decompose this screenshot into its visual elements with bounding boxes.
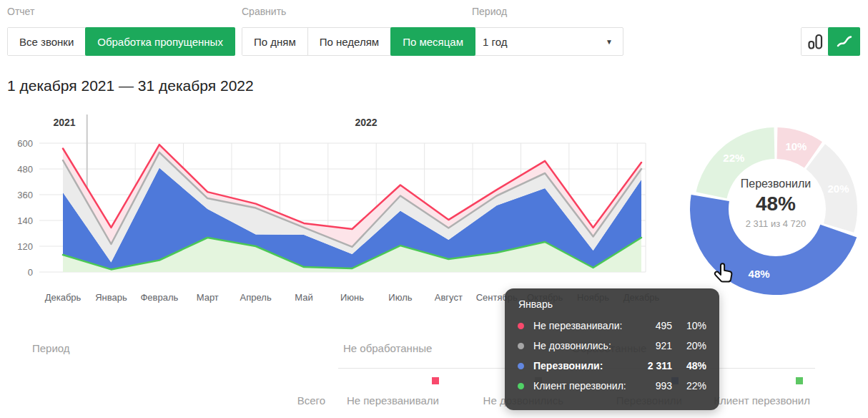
donut-center-value: 48%: [719, 193, 833, 215]
y-axis-tick-label: 600: [17, 138, 33, 149]
donut-center-title: Перезвонили: [719, 178, 833, 190]
x-axis-month-label: Март: [197, 292, 219, 303]
compare-toggle-group: По днямПо неделямПо месяцам: [242, 27, 475, 56]
bar-chart-icon: [806, 31, 824, 52]
donut-segment-label: 22%: [723, 152, 744, 164]
tooltip-row-value: 495: [628, 320, 672, 331]
tooltip-row-0: Не перезванивали:49510%: [518, 316, 706, 336]
tooltip-row-percent: 10%: [672, 320, 706, 331]
report-label: Отчет: [7, 6, 34, 17]
donut-center-subtitle: 2 311 из 4 720: [719, 218, 833, 229]
x-axis-month-label: Февраль: [140, 292, 178, 303]
y-axis-tick-label: 480: [17, 164, 33, 175]
tooltip-row-3: Клиент перезвонил:99322%: [518, 376, 706, 396]
compare-label: Сравнить: [242, 6, 286, 17]
tooltip-row-value: 2 311: [628, 360, 672, 371]
y-axis-tick-label: 360: [17, 190, 33, 200]
chart-tooltip: Январь Не перезванивали:49510%Не дозвони…: [505, 288, 719, 410]
report-toggle-group: Все звонкиОбработка пропущенных: [7, 27, 235, 56]
chart-type-toggle-group: [801, 27, 860, 56]
chevron-down-icon: ▼: [606, 38, 613, 46]
x-axis-month-label: Май: [295, 292, 312, 303]
hand-pointer-cursor: [711, 262, 737, 289]
tooltip-series-dot: [518, 363, 524, 369]
period-select[interactable]: 1 год ▼: [472, 27, 623, 56]
tooltip-row-label: Перезвонили:: [533, 360, 628, 371]
x-axis-month-label: Июнь: [340, 292, 364, 303]
year-label: 2021: [53, 117, 75, 128]
stacked-area-chart[interactable]: 600480360140120020212022ДекабрьЯнварьФев…: [0, 107, 686, 315]
report-option-1[interactable]: Обработка пропущенных: [85, 27, 235, 56]
x-axis-month-label: Апрель: [240, 292, 272, 303]
tooltip-row-1: Не дозвонились:92120%: [518, 336, 706, 356]
tooltip-series-dot: [518, 383, 524, 389]
bottom-period-label: Период: [32, 342, 70, 354]
report-option-0[interactable]: Все звонки: [8, 28, 86, 55]
x-axis-month-label: Декабрь: [45, 292, 82, 303]
compare-option-1[interactable]: По неделям: [308, 28, 391, 55]
tooltip-title: Январь: [518, 298, 706, 310]
period-select-value: 1 год: [483, 36, 507, 48]
donut-segment-label: 10%: [785, 140, 807, 152]
tooltip-row-percent: 22%: [672, 380, 706, 392]
compare-option-0[interactable]: По дням: [242, 28, 308, 55]
tooltip-row-label: Клиент перезвонил:: [533, 380, 628, 392]
tooltip-row-label: Не дозвонились:: [533, 340, 628, 351]
donut-center-summary: Перезвонили 48% 2 311 из 4 720: [719, 178, 833, 229]
tooltip-row-2: Перезвонили:2 31148%: [518, 356, 706, 376]
column-series-marker-4: [796, 377, 803, 384]
tooltip-row-label: Не перезванивали:: [533, 320, 628, 331]
y-axis-tick-label: 0: [28, 267, 33, 278]
x-axis-month-label: Январь: [95, 292, 127, 303]
line-chart-icon: [835, 33, 854, 50]
y-axis-tick-label: 120: [17, 241, 33, 252]
page-title: 1 декабря 2021 — 31 декабря 2022: [7, 77, 254, 94]
tooltip-row-percent: 20%: [672, 340, 706, 351]
tooltip-row-value: 921: [628, 340, 672, 351]
tooltip-series-dot: [518, 343, 524, 349]
compare-option-2[interactable]: По месяцам: [390, 27, 475, 56]
year-label: 2022: [355, 117, 377, 128]
tooltip-series-dot: [518, 323, 524, 329]
missed-calls-dashboard: Отчет Все звонкиОбработка пропущенных Ср…: [0, 0, 868, 418]
period-label: Период: [472, 6, 507, 17]
donut-segment-label: 48%: [749, 268, 770, 280]
y-axis-tick-label: 140: [17, 215, 33, 226]
x-axis-month-label: Август: [435, 292, 463, 303]
x-axis-month-label: Июль: [388, 292, 412, 303]
group-unprocessed-label: Не обработанные: [343, 342, 432, 354]
line-chart-type-button[interactable]: [828, 27, 860, 56]
tooltip-row-percent: 48%: [672, 360, 706, 371]
column-series-marker-1: [432, 377, 439, 384]
tooltip-row-value: 993: [628, 380, 672, 392]
bar-chart-type-button[interactable]: [802, 28, 829, 55]
